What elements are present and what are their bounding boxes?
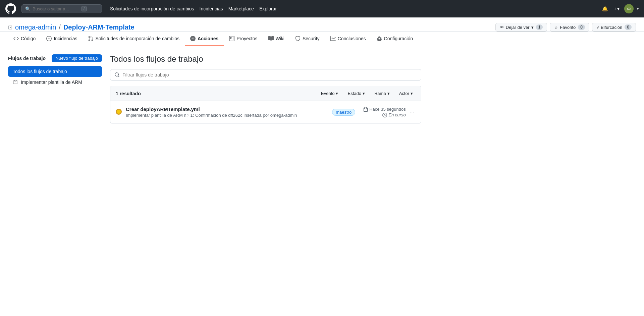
tab-projects-label: Proyectos bbox=[236, 36, 257, 41]
tab-issues-label: Incidencias bbox=[54, 36, 77, 41]
main-content: Flujos de trabajo Nuevo flujo de trabajo… bbox=[0, 46, 429, 131]
evento-filter-button[interactable]: Evento ▾ bbox=[318, 90, 341, 97]
tab-security-label: Security bbox=[303, 36, 320, 41]
tab-actions-label: Acciones bbox=[198, 36, 218, 41]
sidebar-item-deploy-arm[interactable]: Implementar plantilla de ARM bbox=[8, 77, 102, 88]
repo-owner-link[interactable]: omega-admin bbox=[15, 23, 56, 31]
fork-count: 0 bbox=[625, 24, 632, 30]
nav-marketplace[interactable]: Marketplace bbox=[228, 6, 254, 11]
github-logo[interactable] bbox=[5, 3, 16, 14]
rama-filter-button[interactable]: Rama ▾ bbox=[372, 90, 392, 97]
estado-filter-button[interactable]: Estado ▾ bbox=[345, 90, 367, 97]
clock-icon bbox=[382, 113, 387, 117]
workflow-description: Implementar plantilla de ARM n.º 1: Conf… bbox=[126, 113, 332, 118]
fork-label: Bifurcación bbox=[601, 25, 622, 30]
tab-pr-label: Solicitudes de incorporación de cambios bbox=[95, 36, 179, 41]
breadcrumb-separator: / bbox=[59, 23, 61, 31]
in-progress-indicator bbox=[116, 109, 122, 115]
actor-chevron-icon: ▾ bbox=[411, 91, 413, 96]
avatar[interactable]: ω bbox=[624, 4, 634, 13]
table-row: Crear deployARMTemplate.yml Implementar … bbox=[110, 101, 421, 123]
results-count: 1 resultado bbox=[116, 91, 316, 96]
new-workflow-button[interactable]: Nuevo flujo de trabajo bbox=[52, 54, 102, 62]
workflow-info: Crear deployARMTemplate.yml Implementar … bbox=[126, 106, 332, 118]
evento-chevron-icon: ▾ bbox=[336, 91, 338, 96]
nav-pull-requests[interactable]: Solicitudes de incorporación de cambios bbox=[110, 6, 194, 11]
filter-input[interactable] bbox=[122, 72, 417, 77]
results-filters: Evento ▾ Estado ▾ Rama ▾ Actor ▾ bbox=[318, 90, 416, 97]
nav-issues[interactable]: Incidencias bbox=[200, 6, 223, 11]
workflow-file-icon bbox=[13, 80, 18, 85]
repo-tabs: Código Incidencias Solicitudes de incorp… bbox=[0, 32, 644, 46]
tab-wiki-label: Wiki bbox=[276, 36, 284, 41]
tab-actions[interactable]: Acciones bbox=[185, 32, 224, 46]
tab-settings-label: Configuración bbox=[384, 36, 413, 41]
tab-wiki[interactable]: Wiki bbox=[263, 32, 290, 46]
tab-insights-label: Conclusiones bbox=[338, 36, 366, 41]
star-button[interactable]: ☆ Favorito 0 bbox=[550, 23, 589, 32]
branch-link[interactable]: maestro bbox=[332, 109, 355, 116]
workflow-content: Todos los flujos de trabajo 1 resultado … bbox=[110, 54, 421, 123]
watch-button[interactable]: 👁 Dejar de ver ▾ 1 bbox=[495, 23, 547, 32]
tab-settings[interactable]: Configuración bbox=[371, 32, 418, 46]
plus-icon: + bbox=[614, 6, 616, 11]
star-icon: ☆ bbox=[554, 25, 558, 30]
workflow-name[interactable]: Crear deployARMTemplate.yml bbox=[126, 106, 332, 112]
repo-header: ⊡ omega-admin / Deploy-ARM-Template 👁 De… bbox=[0, 17, 644, 32]
watch-label: Dejar de ver bbox=[506, 25, 530, 30]
workflow-branch: maestro bbox=[332, 109, 355, 115]
workflow-more-button[interactable]: ··· bbox=[409, 108, 416, 116]
star-count: 0 bbox=[578, 24, 585, 30]
tab-security[interactable]: Security bbox=[290, 32, 325, 46]
results-table: 1 resultado Evento ▾ Estado ▾ Rama ▾ bbox=[110, 86, 421, 123]
repo-name-link[interactable]: Deploy-ARM-Template bbox=[63, 23, 135, 31]
watch-count: 1 bbox=[536, 24, 543, 30]
tab-issues[interactable]: Incidencias bbox=[41, 32, 83, 46]
fork-button[interactable]: ⑂ Bifurcación 0 bbox=[592, 23, 636, 32]
time-label: Hace 35 segundos bbox=[369, 107, 406, 112]
search-icon: 🔍 bbox=[25, 6, 31, 11]
sidebar-item-all-workflows[interactable]: Todos los flujos de trabajo bbox=[8, 66, 102, 77]
chevron-down-icon: ▾ bbox=[617, 6, 620, 11]
rama-filter-label: Rama bbox=[374, 91, 386, 96]
time-row: Hace 35 segundos bbox=[363, 107, 406, 112]
topnav: 🔍 / Solicitudes de incorporación de camb… bbox=[0, 0, 644, 17]
search-box[interactable]: 🔍 / bbox=[21, 4, 102, 13]
bell-icon: 🔔 bbox=[602, 6, 608, 11]
tab-projects[interactable]: Proyectos bbox=[224, 32, 263, 46]
filter-search-icon bbox=[114, 72, 120, 77]
tab-insights[interactable]: Conclusiones bbox=[325, 32, 371, 46]
star-label: Favorito bbox=[560, 25, 576, 30]
search-input[interactable] bbox=[33, 6, 79, 11]
nav-explore[interactable]: Explorar bbox=[259, 6, 277, 11]
topnav-links: Solicitudes de incorporación de cambios … bbox=[110, 6, 277, 11]
filter-bar bbox=[110, 69, 421, 81]
eye-icon: 👁 bbox=[500, 25, 504, 30]
sidebar: Flujos de trabajo Nuevo flujo de trabajo… bbox=[8, 54, 102, 123]
sidebar-item-label: Implementar plantilla de ARM bbox=[21, 80, 82, 85]
tab-pr[interactable]: Solicitudes de incorporación de cambios bbox=[83, 32, 185, 46]
rama-chevron-icon: ▾ bbox=[387, 91, 390, 96]
sidebar-title: Flujos de trabajo bbox=[8, 56, 46, 61]
repo-actions: 👁 Dejar de ver ▾ 1 ☆ Favorito 0 ⑂ Bifurc… bbox=[495, 23, 636, 32]
fork-icon: ⑂ bbox=[596, 25, 599, 30]
estado-filter-label: Estado bbox=[347, 91, 361, 96]
evento-filter-label: Evento bbox=[321, 91, 334, 96]
workflow-time: Hace 35 segundos En curso bbox=[363, 107, 406, 117]
actor-filter-button[interactable]: Actor ▾ bbox=[396, 90, 416, 97]
slash-key-badge: / bbox=[82, 6, 87, 11]
results-header: 1 resultado Evento ▾ Estado ▾ Rama ▾ bbox=[110, 86, 421, 101]
tab-code[interactable]: Código bbox=[8, 32, 41, 46]
repo-icon: ⊡ bbox=[8, 24, 12, 31]
actor-filter-label: Actor bbox=[399, 91, 409, 96]
notifications-button[interactable]: 🔔 bbox=[601, 5, 609, 13]
status-row: En curso bbox=[382, 112, 406, 117]
workflow-status-icon bbox=[116, 109, 122, 116]
status-label: En curso bbox=[388, 112, 406, 117]
new-dropdown-button[interactable]: + ▾ bbox=[612, 5, 621, 13]
estado-chevron-icon: ▾ bbox=[363, 91, 365, 96]
workflow-page-title: Todos los flujos de trabajo bbox=[110, 54, 421, 64]
repo-title: ⊡ omega-admin / Deploy-ARM-Template bbox=[8, 23, 135, 31]
sidebar-header: Flujos de trabajo Nuevo flujo de trabajo bbox=[8, 54, 102, 62]
tab-code-label: Código bbox=[21, 36, 36, 41]
